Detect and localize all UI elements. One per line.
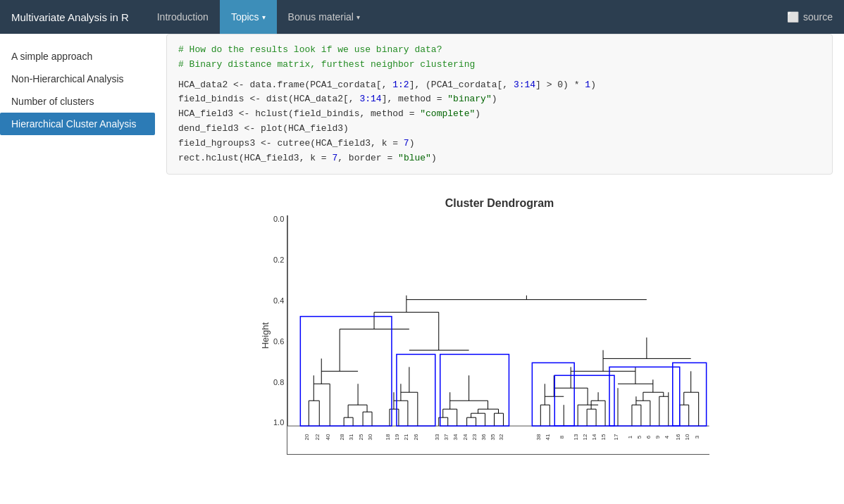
sidebar-item-clusters[interactable]: Number of clusters [0, 90, 155, 113]
code-line1: HCA_data2 <- data.frame(PCA1_cordata[, 1… [178, 78, 821, 93]
nav-item-topics[interactable]: Topics ▾ [220, 0, 277, 34]
svg-text:23: 23 [471, 434, 478, 440]
svg-text:22: 22 [315, 434, 321, 440]
navbar: Multivariate Analysis in R Introduction … [0, 0, 844, 34]
code-line4: dend_field3 <- plot(HCA_field3) [178, 122, 821, 137]
sidebar: A simple approach Non-Hierarchical Analy… [0, 34, 155, 504]
dendrogram-plot: Height 1.0 0.8 0.6 0.4 0.2 0.0 [260, 215, 739, 455]
code-block: # How do the results look if we use bina… [166, 34, 833, 175]
code-line6: rect.hclust(HCA_field3, k = 7, border = … [178, 151, 821, 166]
svg-text:41: 41 [545, 434, 552, 440]
main-content: # How do the results look if we use bina… [155, 34, 844, 504]
svg-text:20: 20 [304, 434, 311, 440]
code-line2: field_bindis <- dist(HCA_data2[, 3:14], … [178, 92, 821, 107]
svg-text:24: 24 [462, 434, 468, 440]
dendrogram-svg: 20 22 40 28 31 25 30 18 19 21 26 33 37 3… [287, 215, 709, 455]
svg-text:15: 15 [600, 434, 607, 440]
svg-text:5: 5 [636, 436, 643, 439]
code-comment1: # How do the results look if we use bina… [178, 43, 821, 58]
svg-text:9: 9 [654, 436, 661, 439]
svg-text:34: 34 [452, 434, 459, 440]
svg-text:17: 17 [613, 434, 619, 440]
svg-text:40: 40 [325, 434, 332, 440]
page-body: A simple approach Non-Hierarchical Analy… [0, 34, 844, 504]
bonus-caret-icon: ▾ [356, 13, 360, 21]
svg-text:6: 6 [645, 436, 652, 439]
svg-text:12: 12 [582, 434, 588, 440]
svg-text:14: 14 [591, 434, 597, 440]
y-tick-02: 0.2 [273, 256, 284, 264]
navbar-brand[interactable]: Multivariate Analysis in R [11, 11, 129, 23]
source-icon: ⬜ [787, 11, 799, 23]
y-tick-10: 1.0 [273, 419, 284, 427]
svg-text:38: 38 [536, 434, 542, 440]
y-ticks: 1.0 0.8 0.6 0.4 0.2 0.0 [273, 215, 284, 441]
svg-text:26: 26 [413, 434, 419, 440]
svg-text:31: 31 [348, 434, 354, 440]
sidebar-item-nonhierarchical[interactable]: Non-Hierarchical Analysis [0, 68, 155, 90]
sidebar-item-hierarchical[interactable]: Hierarchical Cluster Analysis [0, 113, 155, 135]
sidebar-item-simple[interactable]: A simple approach [0, 45, 155, 68]
svg-text:1: 1 [627, 436, 633, 439]
svg-text:3: 3 [694, 436, 700, 439]
code-line3: HCA_field3 <- hclust(field_bindis, metho… [178, 107, 821, 122]
svg-text:28: 28 [339, 434, 345, 440]
y-tick-00: 0.0 [273, 215, 284, 223]
dendrogram-section: Cluster Dendrogram Height 1.0 0.8 0.6 0.… [166, 191, 833, 460]
svg-text:16: 16 [675, 434, 681, 440]
svg-text:30: 30 [367, 434, 373, 440]
y-tick-04: 0.4 [273, 297, 284, 305]
svg-text:21: 21 [403, 434, 409, 440]
y-tick-08: 0.8 [273, 379, 284, 386]
svg-text:35: 35 [490, 434, 496, 440]
svg-text:4: 4 [664, 436, 670, 439]
svg-text:32: 32 [499, 434, 505, 440]
code-line5: field_hgroups3 <- cutree(HCA_field3, k =… [178, 137, 821, 151]
svg-text:25: 25 [358, 434, 364, 440]
svg-text:33: 33 [434, 434, 440, 440]
svg-text:8: 8 [559, 436, 566, 439]
nav-item-introduction[interactable]: Introduction [146, 0, 220, 34]
svg-text:10: 10 [684, 434, 690, 440]
dendrogram-title: Cluster Dendrogram [260, 197, 739, 210]
dendrogram-container: Cluster Dendrogram Height 1.0 0.8 0.6 0.… [260, 197, 739, 455]
source-link[interactable]: ⬜ source [787, 11, 833, 23]
y-axis-label: Height [260, 322, 271, 349]
svg-text:19: 19 [394, 434, 400, 440]
svg-text:37: 37 [443, 434, 449, 440]
topics-caret-icon: ▾ [262, 13, 266, 21]
code-comment2: # Binary distance matrix, furthest neigh… [178, 58, 821, 73]
svg-rect-0 [288, 215, 709, 426]
svg-text:36: 36 [480, 434, 487, 440]
source-label: source [803, 11, 833, 23]
svg-text:18: 18 [385, 434, 391, 440]
nav-item-bonus[interactable]: Bonus material ▾ [277, 0, 371, 34]
y-tick-06: 0.6 [273, 338, 284, 346]
svg-text:13: 13 [573, 434, 579, 440]
